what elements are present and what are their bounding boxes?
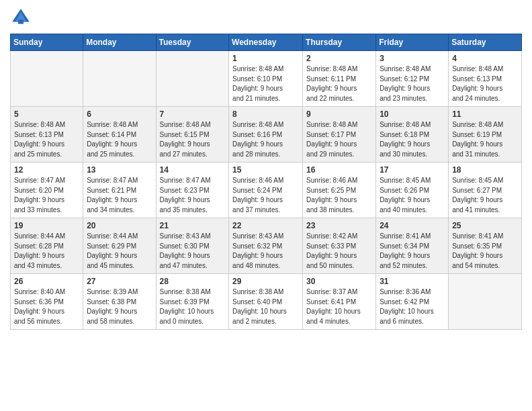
day-number: 13 — [87, 165, 152, 175]
day-number: 17 — [380, 165, 445, 175]
day-number: 21 — [160, 221, 226, 230]
day-info: Sunrise: 8:47 AM Sunset: 6:21 PM Dayligh… — [87, 176, 152, 215]
day-info: Sunrise: 8:38 AM Sunset: 6:40 PM Dayligh… — [232, 287, 299, 326]
day-info: Sunrise: 8:48 AM Sunset: 6:16 PM Dayligh… — [232, 120, 299, 159]
weekday-header: Monday — [83, 34, 156, 51]
day-number: 3 — [380, 54, 445, 63]
calendar-day-cell: 15Sunrise: 8:46 AM Sunset: 6:24 PM Dayli… — [229, 163, 303, 218]
day-number: 28 — [160, 277, 226, 286]
day-number: 31 — [380, 277, 445, 286]
day-number: 19 — [14, 221, 79, 230]
day-info: Sunrise: 8:48 AM Sunset: 6:15 PM Dayligh… — [160, 120, 226, 159]
day-number: 26 — [14, 277, 79, 286]
calendar-day-cell: 30Sunrise: 8:37 AM Sunset: 6:41 PM Dayli… — [303, 274, 376, 330]
day-info: Sunrise: 8:43 AM Sunset: 6:32 PM Dayligh… — [232, 232, 299, 271]
day-number: 10 — [380, 109, 445, 119]
weekday-header: Saturday — [449, 34, 522, 51]
calendar-day-cell — [156, 51, 229, 107]
calendar-day-cell: 19Sunrise: 8:44 AM Sunset: 6:28 PM Dayli… — [11, 218, 83, 274]
day-number: 24 — [380, 221, 445, 230]
day-info: Sunrise: 8:41 AM Sunset: 6:34 PM Dayligh… — [380, 232, 445, 271]
day-info: Sunrise: 8:47 AM Sunset: 6:23 PM Dayligh… — [160, 176, 226, 215]
day-info: Sunrise: 8:48 AM Sunset: 6:17 PM Dayligh… — [306, 120, 372, 159]
weekday-header: Thursday — [303, 34, 376, 51]
day-number: 22 — [232, 221, 299, 230]
day-info: Sunrise: 8:45 AM Sunset: 6:27 PM Dayligh… — [452, 176, 518, 215]
day-number: 18 — [452, 165, 518, 175]
calendar-day-cell: 4Sunrise: 8:48 AM Sunset: 6:13 PM Daylig… — [449, 51, 522, 107]
day-info: Sunrise: 8:38 AM Sunset: 6:39 PM Dayligh… — [160, 287, 226, 326]
calendar-day-cell: 17Sunrise: 8:45 AM Sunset: 6:26 PM Dayli… — [376, 163, 449, 218]
day-number: 1 — [232, 54, 299, 63]
calendar-day-cell: 12Sunrise: 8:47 AM Sunset: 6:20 PM Dayli… — [11, 163, 83, 218]
weekday-header: Friday — [376, 34, 449, 51]
day-info: Sunrise: 8:48 AM Sunset: 6:19 PM Dayligh… — [452, 120, 518, 159]
calendar-day-cell: 7Sunrise: 8:48 AM Sunset: 6:15 PM Daylig… — [156, 107, 229, 163]
day-info: Sunrise: 8:48 AM Sunset: 6:10 PM Dayligh… — [232, 64, 299, 103]
day-number: 12 — [14, 165, 79, 175]
day-info: Sunrise: 8:37 AM Sunset: 6:41 PM Dayligh… — [306, 287, 372, 326]
calendar-day-cell: 26Sunrise: 8:40 AM Sunset: 6:36 PM Dayli… — [11, 274, 83, 330]
calendar-day-cell: 1Sunrise: 8:48 AM Sunset: 6:10 PM Daylig… — [229, 51, 303, 107]
day-number: 14 — [160, 165, 226, 175]
day-info: Sunrise: 8:46 AM Sunset: 6:24 PM Dayligh… — [232, 176, 299, 215]
calendar-day-cell: 16Sunrise: 8:46 AM Sunset: 6:25 PM Dayli… — [303, 163, 376, 218]
calendar-header-row: SundayMondayTuesdayWednesdayThursdayFrid… — [11, 34, 522, 51]
day-number: 25 — [452, 221, 518, 230]
day-number: 4 — [452, 54, 518, 63]
weekday-header: Wednesday — [229, 34, 303, 51]
calendar-week-row: 19Sunrise: 8:44 AM Sunset: 6:28 PM Dayli… — [11, 218, 522, 274]
day-info: Sunrise: 8:48 AM Sunset: 6:13 PM Dayligh… — [452, 64, 518, 103]
day-number: 6 — [87, 109, 152, 119]
svg-rect-2 — [18, 19, 24, 24]
day-info: Sunrise: 8:43 AM Sunset: 6:30 PM Dayligh… — [160, 232, 226, 271]
calendar-day-cell: 2Sunrise: 8:48 AM Sunset: 6:11 PM Daylig… — [303, 51, 376, 107]
calendar-week-row: 26Sunrise: 8:40 AM Sunset: 6:36 PM Dayli… — [11, 274, 522, 330]
calendar-day-cell — [11, 51, 83, 107]
calendar-day-cell: 22Sunrise: 8:43 AM Sunset: 6:32 PM Dayli… — [229, 218, 303, 274]
weekday-header: Sunday — [11, 34, 83, 51]
day-info: Sunrise: 8:48 AM Sunset: 6:12 PM Dayligh… — [380, 64, 445, 103]
day-number: 20 — [87, 221, 152, 230]
day-info: Sunrise: 8:47 AM Sunset: 6:20 PM Dayligh… — [14, 176, 79, 215]
calendar-day-cell: 18Sunrise: 8:45 AM Sunset: 6:27 PM Dayli… — [449, 163, 522, 218]
day-number: 30 — [306, 277, 372, 286]
calendar-day-cell: 31Sunrise: 8:36 AM Sunset: 6:42 PM Dayli… — [376, 274, 449, 330]
day-number: 5 — [14, 109, 79, 119]
weekday-header: Tuesday — [156, 34, 229, 51]
day-number: 15 — [232, 165, 299, 175]
day-info: Sunrise: 8:39 AM Sunset: 6:38 PM Dayligh… — [87, 287, 152, 326]
day-number: 2 — [306, 54, 372, 63]
day-number: 29 — [232, 277, 299, 286]
calendar-day-cell: 6Sunrise: 8:48 AM Sunset: 6:14 PM Daylig… — [83, 107, 156, 163]
header — [10, 7, 522, 28]
logo — [10, 7, 34, 28]
calendar-day-cell: 5Sunrise: 8:48 AM Sunset: 6:13 PM Daylig… — [11, 107, 83, 163]
calendar-day-cell: 25Sunrise: 8:41 AM Sunset: 6:35 PM Dayli… — [449, 218, 522, 274]
day-info: Sunrise: 8:44 AM Sunset: 6:28 PM Dayligh… — [14, 232, 79, 271]
calendar-day-cell — [449, 274, 522, 330]
day-number: 23 — [306, 221, 372, 230]
day-number: 9 — [306, 109, 372, 119]
day-info: Sunrise: 8:36 AM Sunset: 6:42 PM Dayligh… — [380, 287, 445, 326]
calendar-week-row: 5Sunrise: 8:48 AM Sunset: 6:13 PM Daylig… — [11, 107, 522, 163]
calendar-day-cell: 10Sunrise: 8:48 AM Sunset: 6:18 PM Dayli… — [376, 107, 449, 163]
day-info: Sunrise: 8:45 AM Sunset: 6:26 PM Dayligh… — [380, 176, 445, 215]
calendar-day-cell: 24Sunrise: 8:41 AM Sunset: 6:34 PM Dayli… — [376, 218, 449, 274]
page: SundayMondayTuesdayWednesdayThursdayFrid… — [0, 0, 532, 411]
day-info: Sunrise: 8:41 AM Sunset: 6:35 PM Dayligh… — [452, 232, 518, 271]
calendar-day-cell: 21Sunrise: 8:43 AM Sunset: 6:30 PM Dayli… — [156, 218, 229, 274]
calendar-day-cell: 3Sunrise: 8:48 AM Sunset: 6:12 PM Daylig… — [376, 51, 449, 107]
calendar-day-cell: 27Sunrise: 8:39 AM Sunset: 6:38 PM Dayli… — [83, 274, 156, 330]
calendar-week-row: 12Sunrise: 8:47 AM Sunset: 6:20 PM Dayli… — [11, 163, 522, 218]
day-number: 11 — [452, 109, 518, 119]
day-number: 27 — [87, 277, 152, 286]
logo-icon — [10, 7, 32, 28]
day-info: Sunrise: 8:42 AM Sunset: 6:33 PM Dayligh… — [306, 232, 372, 271]
day-number: 7 — [160, 109, 226, 119]
calendar-day-cell: 8Sunrise: 8:48 AM Sunset: 6:16 PM Daylig… — [229, 107, 303, 163]
day-number: 8 — [232, 109, 299, 119]
calendar-day-cell: 23Sunrise: 8:42 AM Sunset: 6:33 PM Dayli… — [303, 218, 376, 274]
calendar-day-cell: 9Sunrise: 8:48 AM Sunset: 6:17 PM Daylig… — [303, 107, 376, 163]
calendar-day-cell: 28Sunrise: 8:38 AM Sunset: 6:39 PM Dayli… — [156, 274, 229, 330]
